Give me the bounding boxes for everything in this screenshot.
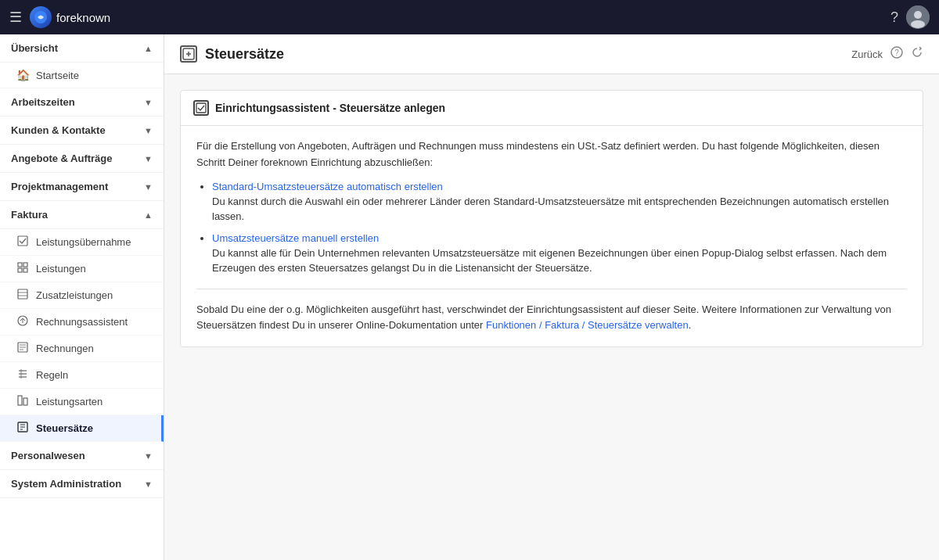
leistungsubernahme-icon (16, 235, 30, 249)
steuersaetze-icon (16, 422, 30, 435)
sidebar-section-label: Projektmanagement (11, 181, 108, 192)
sidebar-section-arbeitszeiten[interactable]: Arbeitszeiten ▼ (0, 88, 164, 117)
topbar-right: ? (890, 5, 930, 29)
main-section-box: Einrichtungsassistent - Steuersätze anle… (180, 90, 923, 347)
svg-text:?: ? (894, 48, 899, 57)
svg-rect-7 (18, 268, 22, 272)
intro-text: Für die Erstellung von Angeboten, Aufträ… (196, 138, 907, 171)
rechnungsassistent-icon (16, 315, 30, 328)
footer-text: Sobald Du eine der o.g. Möglichkeiten au… (196, 302, 907, 335)
sidebar: Übersicht ▲ 🏠 Startseite Arbeitszeiten ▼… (0, 34, 164, 560)
sidebar-section-label: Faktura (11, 209, 48, 221)
link-list: Standard-Umsatzsteuersätze automatisch e… (196, 181, 907, 276)
refresh-icon[interactable] (911, 46, 923, 62)
sidebar-section-system-admin[interactable]: System Administration ▼ (0, 470, 164, 498)
chevron-down-icon: ▼ (144, 98, 153, 107)
zusatzleistungen-icon (16, 289, 30, 302)
sidebar-section-projektmanagement[interactable]: Projektmanagement ▼ (0, 173, 164, 201)
content-header-icon (180, 45, 197, 63)
main-layout: Übersicht ▲ 🏠 Startseite Arbeitszeiten ▼… (0, 34, 939, 560)
footer-text-after: . (689, 319, 692, 331)
svg-rect-22 (23, 398, 27, 405)
sidebar-section-kunden[interactable]: Kunden & Kontakte ▼ (0, 117, 164, 145)
sidebar-section-personalwesen[interactable]: Personalwesen ▼ (0, 442, 164, 470)
content-header-right: Zurück ? (851, 46, 923, 62)
sidebar-item-label: Leistungsarten (36, 396, 103, 407)
svg-rect-4 (18, 236, 27, 246)
sidebar-item-label: Leistungen (36, 263, 86, 275)
content-area: Steuersätze Zurück ? Einrichtungsas (164, 34, 939, 560)
chevron-up-icon: ▲ (144, 44, 153, 53)
sidebar-section-faktura[interactable]: Faktura ▲ (0, 201, 164, 229)
topbar-logo: foreknown (30, 6, 110, 28)
chevron-up-icon: ▲ (144, 210, 153, 220)
sidebar-item-regeln[interactable]: Regeln (0, 362, 164, 389)
section-header: Einrichtungsassistent - Steuersätze anle… (181, 91, 923, 126)
page-body: Einrichtungsassistent - Steuersätze anle… (164, 74, 939, 560)
list-item: Standard-Umsatzsteuersätze automatisch e… (212, 181, 907, 224)
manuell-erstellen-link[interactable]: Umsatzsteuersätze manuell erstellen (212, 232, 379, 244)
sidebar-item-leistungen[interactable]: Leistungen (0, 256, 164, 282)
standard-umsatz-desc: Du kannst durch die Auswahl ein oder meh… (212, 194, 907, 224)
sidebar-item-label: Leistungsübernahme (36, 236, 131, 248)
sidebar-item-label: Regeln (36, 369, 68, 381)
svg-rect-32 (196, 103, 206, 113)
chevron-down-icon: ▼ (144, 182, 153, 192)
standard-umsatz-link[interactable]: Standard-Umsatzsteuersätze automatisch e… (212, 181, 443, 192)
leistungsarten-icon (16, 395, 30, 408)
svg-rect-8 (23, 268, 27, 272)
sidebar-item-leistungsarten[interactable]: Leistungsarten (0, 389, 164, 415)
section-body: Für die Erstellung von Angeboten, Aufträ… (181, 126, 923, 346)
back-button[interactable]: Zurück (851, 48, 883, 60)
help-icon[interactable]: ? (890, 9, 898, 26)
svg-point-3 (911, 20, 925, 28)
sidebar-section-label: Personalwesen (11, 450, 85, 461)
page-title: Steuersätze (205, 46, 284, 63)
sidebar-section-label: Angebote & Aufträge (11, 153, 113, 164)
documentation-link[interactable]: Funktionen / Faktura / Steuersätze verwa… (486, 319, 689, 331)
chevron-down-icon: ▼ (144, 126, 153, 135)
sidebar-item-startseite[interactable]: 🏠 Startseite (0, 63, 164, 88)
sidebar-section-angebote[interactable]: Angebote & Aufträge ▼ (0, 145, 164, 173)
setup-assistant-icon (193, 100, 209, 116)
chevron-down-icon: ▼ (144, 154, 153, 163)
svg-rect-21 (18, 396, 22, 405)
menu-icon[interactable]: ☰ (9, 9, 22, 26)
sidebar-section-label: Übersicht (11, 42, 58, 54)
section-title: Einrichtungsassistent - Steuersätze anle… (215, 102, 445, 114)
svg-rect-6 (23, 263, 27, 267)
avatar[interactable] (906, 5, 930, 29)
sidebar-item-leistungsubernahme[interactable]: Leistungsübernahme (0, 229, 164, 256)
sidebar-section-label: Arbeitszeiten (11, 96, 75, 108)
home-icon: 🏠 (16, 69, 30, 81)
sidebar-item-rechnungsassistent[interactable]: Rechnungsassistent (0, 309, 164, 336)
svg-point-2 (914, 11, 922, 19)
svg-rect-9 (18, 289, 27, 299)
section-divider (196, 289, 907, 289)
sidebar-item-zusatzleistungen[interactable]: Zusatzleistungen (0, 282, 164, 309)
help-circle-icon[interactable]: ? (890, 46, 903, 62)
sidebar-item-label: Steuersätze (36, 422, 93, 434)
chevron-down-icon: ▼ (144, 479, 153, 489)
regeln-icon (16, 368, 30, 382)
svg-rect-5 (18, 263, 22, 267)
sidebar-section-uebersicht[interactable]: Übersicht ▲ (0, 34, 164, 63)
sidebar-item-label: Rechnungen (36, 343, 94, 354)
sidebar-item-label: Zusatzleistungen (36, 289, 113, 301)
logo-image (30, 6, 52, 28)
topbar: ☰ foreknown ? (0, 0, 939, 34)
sidebar-item-label: Startseite (36, 70, 79, 81)
list-item: Umsatzsteuersätze manuell erstellen Du k… (212, 232, 907, 276)
topbar-left: ☰ foreknown (9, 6, 110, 28)
content-header: Steuersätze Zurück ? (164, 34, 939, 74)
sidebar-section-label: Kunden & Kontakte (11, 124, 106, 136)
sidebar-item-steuersaetze[interactable]: Steuersätze (0, 415, 164, 442)
sidebar-item-label: Rechnungsassistent (36, 316, 128, 328)
manuell-erstellen-desc: Du kannst alle für Dein Unternehmen rele… (212, 246, 907, 276)
chevron-down-icon: ▼ (144, 451, 153, 461)
logo-text: foreknown (56, 11, 110, 24)
content-header-left: Steuersätze (180, 45, 284, 63)
leistungen-icon (16, 262, 30, 275)
sidebar-item-rechnungen[interactable]: Rechnungen (0, 336, 164, 362)
rechnungen-icon (16, 342, 30, 355)
